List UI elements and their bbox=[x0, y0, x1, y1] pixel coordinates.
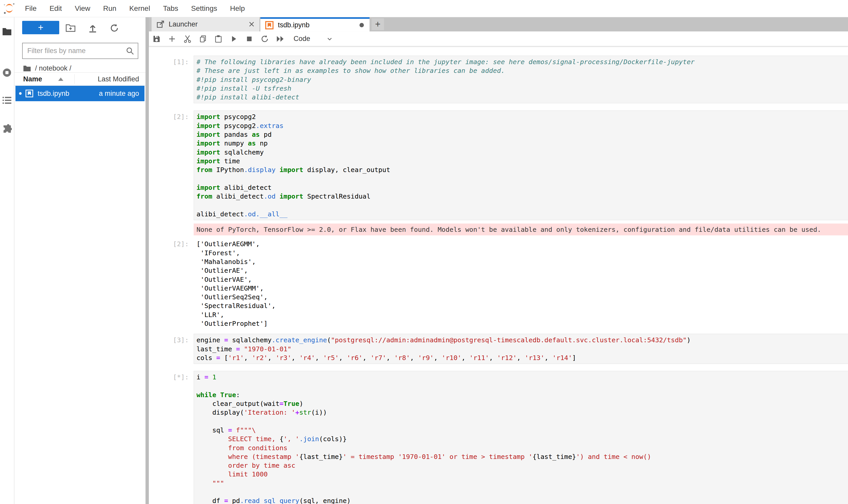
upload-icon[interactable] bbox=[87, 23, 98, 33]
code-line: clear_output(wait=True) bbox=[197, 399, 847, 408]
code-line: import pandas as pd bbox=[197, 130, 847, 139]
menu-run[interactable]: Run bbox=[97, 4, 123, 13]
filter-files-input[interactable] bbox=[23, 47, 126, 55]
code-line: where (timestamp '{last_time}' = timesta… bbox=[197, 452, 847, 461]
menu-help[interactable]: Help bbox=[223, 4, 251, 13]
unsaved-changes-dot bbox=[360, 23, 364, 27]
code-cell: [1]:# The following libraries have alrea… bbox=[149, 56, 848, 103]
code-line: 'IForest', bbox=[197, 249, 848, 257]
file-name: tsdb.ipynb bbox=[38, 90, 69, 97]
run-all-icon[interactable] bbox=[272, 33, 288, 45]
output-area: [2]:['OutlierAEGMM', 'IForest', 'Mahalan… bbox=[149, 238, 848, 328]
paste-icon[interactable] bbox=[211, 33, 226, 45]
code-line: while True: bbox=[197, 391, 847, 399]
stop-icon[interactable] bbox=[241, 33, 257, 45]
code-line: from conditions bbox=[197, 444, 847, 452]
breadcrumb-path[interactable]: / notebook / bbox=[35, 65, 71, 72]
stderr-output: None of PyTorch, TensorFlow >= 2.0, or F… bbox=[194, 223, 848, 235]
code-editor[interactable]: i = 1 while True: clear_output(wait=True… bbox=[194, 371, 848, 504]
refresh-icon[interactable] bbox=[109, 23, 120, 33]
code-line: 'LLR', bbox=[197, 310, 848, 319]
code-cell: [3]:engine = sqlalchemy.create_engine("p… bbox=[149, 334, 848, 364]
column-header-modified[interactable]: Last Modified bbox=[97, 75, 139, 83]
code-line: alibi_detect.od.__all__ bbox=[197, 210, 847, 218]
chevron-down-icon bbox=[326, 36, 333, 42]
run-icon[interactable] bbox=[226, 33, 241, 45]
new-tab-button[interactable]: + bbox=[372, 18, 384, 30]
code-editor[interactable]: # The following libraries have already b… bbox=[194, 56, 848, 103]
save-icon[interactable] bbox=[149, 33, 164, 45]
code-line: #!pip install psycopg2-binary bbox=[197, 75, 847, 84]
running-kernels-icon[interactable] bbox=[0, 66, 14, 79]
code-line: 'Mahalanobis', bbox=[197, 257, 848, 266]
code-line: from alibi_detect.od import SpectralResi… bbox=[197, 192, 847, 201]
cell-type-dropdown[interactable]: Code bbox=[293, 35, 333, 43]
code-line bbox=[197, 174, 847, 183]
table-of-contents-icon[interactable] bbox=[0, 93, 14, 107]
input-prompt: [3]: bbox=[149, 334, 194, 344]
file-browser-toolbar: + bbox=[14, 17, 145, 42]
code-line: limit 1000 bbox=[197, 470, 847, 479]
folder-icon[interactable] bbox=[0, 24, 14, 38]
tab-notebook-label: tsdb.ipynb bbox=[278, 21, 309, 29]
code-line: # These are just left in as examples to … bbox=[197, 66, 847, 75]
menu-settings[interactable]: Settings bbox=[185, 4, 223, 13]
code-line: display('Iteration: '+str(i)) bbox=[197, 408, 847, 417]
code-line: 'OutlierAE', bbox=[197, 266, 848, 275]
code-line: sql = f"""\ bbox=[197, 426, 847, 434]
home-folder-icon[interactable] bbox=[23, 65, 31, 72]
code-line: df = pd.read_sql_query(sql, engine) bbox=[197, 496, 847, 504]
menu-file[interactable]: File bbox=[19, 4, 43, 13]
code-line: 'OutlierSeq2Seq', bbox=[197, 292, 848, 301]
code-editor[interactable]: engine = sqlalchemy.create_engine("postg… bbox=[194, 334, 848, 364]
code-cell: [2]:import psycopg2import psycopg2.extra… bbox=[149, 110, 848, 220]
menu-items: FileEditViewRunKernelTabsSettingsHelp bbox=[19, 4, 251, 13]
close-tab-icon[interactable] bbox=[248, 21, 255, 28]
file-browser-panel: + / notebook / Name Last Modified tsdb.i… bbox=[14, 17, 145, 504]
file-list-header: Name Last Modified bbox=[14, 72, 145, 86]
jupyter-logo bbox=[3, 2, 15, 15]
new-launcher-button[interactable]: + bbox=[22, 21, 59, 34]
copy-icon[interactable] bbox=[195, 33, 211, 45]
input-prompt: [2]: bbox=[149, 110, 194, 121]
activity-bar bbox=[0, 17, 14, 504]
sort-ascending-icon bbox=[58, 77, 64, 81]
code-line: 'SpectralResidual', bbox=[197, 301, 848, 310]
breadcrumb[interactable]: / notebook / bbox=[23, 64, 71, 73]
notebook-content: [1]:# The following libraries have alrea… bbox=[149, 47, 848, 504]
code-line: #!pip install -U tsfresh bbox=[197, 84, 847, 93]
code-line: 'OutlierVAEGMM', bbox=[197, 284, 848, 292]
code-editor[interactable]: import psycopg2import psycopg2.extrasimp… bbox=[194, 110, 848, 220]
tab-launcher[interactable]: Launcher bbox=[151, 17, 260, 32]
panel-splitter[interactable] bbox=[145, 17, 149, 504]
code-line: 'OutlierProphet'] bbox=[197, 319, 848, 328]
menu-edit[interactable]: Edit bbox=[43, 4, 68, 13]
output-prompt: [2]: bbox=[149, 238, 194, 248]
code-line: i = 1 bbox=[197, 373, 847, 381]
tab-notebook[interactable]: tsdb.ipynb bbox=[260, 17, 369, 32]
search-icon bbox=[126, 47, 134, 55]
code-line: SELECT time, {', '.join(cols)} bbox=[197, 434, 847, 443]
code-line: order by time asc bbox=[197, 461, 847, 470]
new-folder-icon[interactable] bbox=[65, 23, 76, 33]
code-line: import time bbox=[197, 157, 847, 165]
cell-list: [1]:# The following libraries have alrea… bbox=[149, 56, 848, 504]
notebook-icon bbox=[25, 89, 34, 97]
add-cell-icon[interactable] bbox=[164, 33, 180, 45]
filter-files-box bbox=[22, 43, 138, 59]
code-line: """ bbox=[197, 479, 847, 487]
code-cell: [*]:i = 1 while True: clear_output(wait=… bbox=[149, 371, 848, 504]
menu-kernel[interactable]: Kernel bbox=[123, 4, 157, 13]
restart-icon[interactable] bbox=[257, 33, 272, 45]
input-prompt: [*]: bbox=[149, 371, 194, 381]
code-line: import sqlalchemy bbox=[197, 148, 847, 157]
code-line: #!pip install alibi-detect bbox=[197, 93, 847, 102]
menu-tabs[interactable]: Tabs bbox=[157, 4, 185, 13]
code-line: # The following libraries have already b… bbox=[197, 57, 847, 66]
menu-view[interactable]: View bbox=[68, 4, 96, 13]
column-header-name[interactable]: Name bbox=[23, 75, 42, 83]
extensions-icon[interactable] bbox=[0, 122, 14, 136]
file-row[interactable]: tsdb.ipynba minute ago bbox=[15, 86, 144, 101]
cut-icon[interactable] bbox=[180, 33, 195, 45]
file-list: tsdb.ipynba minute ago bbox=[15, 86, 144, 101]
